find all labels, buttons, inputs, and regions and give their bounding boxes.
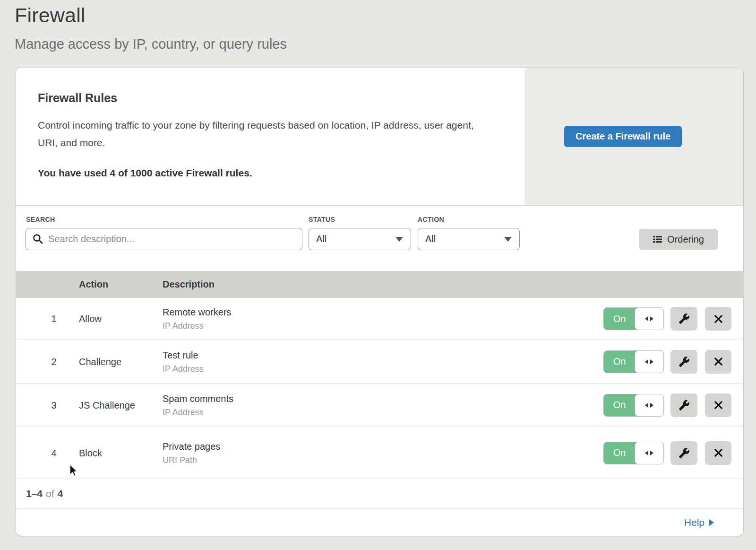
rule-description: Spam comments [163, 393, 233, 404]
rules-table-body: 1 Allow Remote workers IP Address On [16, 298, 743, 479]
toggle-handle[interactable] [635, 350, 664, 373]
section-description: Control incoming traffic to your zone by… [38, 116, 484, 151]
firewall-rules-card: Firewall Rules Control incoming traffic … [16, 68, 743, 536]
edit-rule-button[interactable] [670, 307, 697, 331]
toggle-handle[interactable] [635, 442, 664, 464]
toggle-on-label: On [604, 308, 635, 330]
rule-action: Challenge [79, 356, 121, 367]
close-icon [714, 314, 723, 323]
column-header-action: Action [79, 279, 108, 290]
left-right-arrows-icon [644, 402, 654, 409]
table-header: Action Description [16, 271, 743, 298]
table-row: 2 Challenge Test rule IP Address On [16, 340, 743, 384]
rule-action: Block [79, 447, 102, 458]
rule-description: Private pages [163, 441, 220, 452]
close-icon [714, 448, 723, 457]
rule-description-cell: Test rule IP Address [163, 349, 204, 374]
toggle-on-label: On [604, 351, 635, 373]
wrench-icon [679, 356, 690, 367]
edit-rule-button[interactable] [670, 350, 697, 374]
table-row: 1 Allow Remote workers IP Address On [16, 298, 743, 340]
rule-description: Test rule [163, 349, 204, 360]
search-label: SEARCH [26, 216, 55, 223]
arrow-right-icon [709, 519, 714, 526]
pagination-range: 1–4 [26, 488, 43, 499]
pagination-status: 1–4 of 4 [16, 479, 743, 508]
toggle-on-label: On [604, 394, 635, 416]
section-title: Firewall Rules [38, 91, 506, 105]
help-link[interactable]: Help [684, 517, 714, 528]
rule-description: Remote workers [163, 307, 232, 318]
rule-field: IP Address [163, 407, 233, 417]
chevron-down-icon [504, 237, 512, 242]
action-select-value: All [425, 234, 436, 244]
usage-summary: You have used 4 of 1000 active Firewall … [38, 167, 506, 179]
rule-field: IP Address [163, 364, 204, 374]
ordered-list-icon [653, 235, 662, 244]
left-right-arrows-icon [644, 450, 654, 456]
rule-priority: 1 [44, 314, 63, 324]
delete-rule-button[interactable] [705, 393, 731, 417]
rule-description-cell: Private pages URI Path [163, 441, 220, 465]
rule-enabled-toggle[interactable]: On [603, 307, 664, 330]
left-right-arrows-icon [644, 315, 654, 322]
toggle-handle[interactable] [635, 307, 664, 330]
status-select-value: All [316, 234, 326, 244]
rule-field: URI Path [163, 455, 220, 465]
action-select[interactable]: All [418, 228, 520, 250]
close-icon [714, 401, 723, 410]
pagination-total: 4 [58, 488, 63, 499]
create-firewall-rule-button[interactable]: Create a Firewall rule [564, 126, 682, 147]
delete-rule-button[interactable] [705, 307, 731, 331]
rule-action: JS Challenge [79, 400, 135, 410]
rule-priority: 3 [44, 400, 63, 410]
card-footer: Help [16, 508, 743, 536]
search-box [26, 228, 302, 250]
rule-priority: 4 [44, 447, 63, 458]
rule-action: Allow [79, 314, 102, 324]
rule-field: IP Address [163, 321, 232, 331]
rule-description-cell: Spam comments IP Address [163, 393, 233, 417]
edit-rule-button[interactable] [670, 393, 697, 417]
table-row: 4 Block Private pages URI Path On [16, 427, 743, 479]
delete-rule-button[interactable] [705, 441, 731, 465]
action-label: ACTION [418, 216, 444, 223]
wrench-icon [679, 400, 690, 411]
ordering-button-label: Ordering [667, 234, 704, 245]
left-right-arrows-icon [644, 358, 654, 365]
wrench-icon [679, 313, 690, 324]
close-icon [714, 357, 723, 366]
rule-enabled-toggle[interactable]: On [603, 350, 664, 373]
page-header: Firewall Manage access by IP, country, o… [15, 4, 287, 52]
intro-block: Firewall Rules Control incoming traffic … [38, 91, 506, 179]
status-label: STATUS [309, 216, 335, 223]
wrench-icon [679, 447, 690, 459]
page-title: Firewall [15, 4, 287, 27]
rule-enabled-toggle[interactable]: On [603, 442, 664, 464]
create-rule-panel: Create a Firewall rule [524, 68, 743, 205]
chevron-down-icon [395, 237, 403, 242]
ordering-button[interactable]: Ordering [639, 229, 718, 250]
toggle-handle[interactable] [635, 394, 664, 417]
edit-rule-button[interactable] [670, 441, 697, 465]
rule-enabled-toggle[interactable]: On [603, 394, 664, 417]
pagination-of: of [46, 488, 54, 499]
search-input[interactable] [26, 228, 302, 250]
delete-rule-button[interactable] [705, 350, 731, 374]
table-row: 3 JS Challenge Spam comments IP Address … [16, 384, 743, 427]
rule-description-cell: Remote workers IP Address [163, 307, 232, 331]
help-link-label: Help [684, 517, 704, 528]
rule-priority: 2 [44, 356, 63, 367]
page-subtitle: Manage access by IP, country, or query r… [15, 36, 287, 52]
card-top-section: Firewall Rules Control incoming traffic … [16, 68, 743, 206]
toggle-on-label: On [604, 442, 635, 464]
status-select[interactable]: All [309, 228, 411, 250]
column-header-description: Description [163, 279, 215, 290]
